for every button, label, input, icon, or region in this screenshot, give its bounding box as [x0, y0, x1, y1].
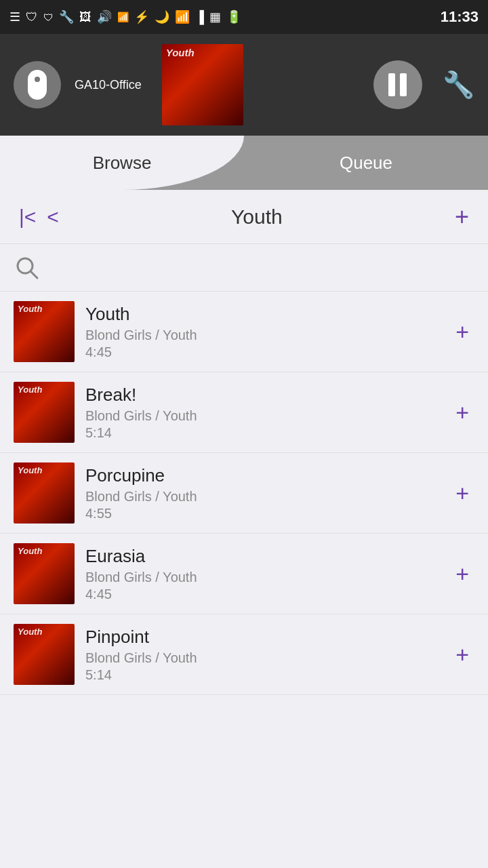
- track-thumb-bg: Youth: [14, 462, 75, 524]
- search-icon[interactable]: [14, 254, 41, 281]
- menu-icon: ☰: [9, 9, 20, 24]
- status-time: 11:33: [441, 8, 479, 26]
- wifi-music-icon: 📶: [117, 12, 129, 22]
- pause-button[interactable]: [373, 60, 422, 109]
- nav-tabs: Browse Queue: [0, 136, 488, 190]
- track-thumb-bg: Youth: [14, 382, 75, 443]
- track-duration: 4:55: [85, 506, 439, 521]
- track-thumb-text: Youth: [18, 627, 42, 637]
- tab-queue[interactable]: Queue: [244, 136, 488, 190]
- track-list: Youth Youth Blond Girls / Youth 4:45 + Y…: [0, 292, 488, 695]
- moon-icon: 🌙: [155, 9, 169, 24]
- now-playing-bar: GA10-Office Youth 🔧: [0, 34, 488, 136]
- battery-icon: 🔋: [226, 9, 241, 24]
- now-playing-album-text: Youth: [166, 47, 195, 58]
- track-thumb: Youth: [14, 301, 75, 362]
- track-thumb-bg: Youth: [14, 624, 75, 685]
- track-thumb-text: Youth: [18, 546, 42, 556]
- search-bar: [0, 244, 488, 292]
- track-title: Pinpoint: [85, 627, 439, 648]
- search-svg: [14, 255, 40, 281]
- track-thumb: Youth: [14, 462, 75, 524]
- track-thumb-bg: Youth: [14, 543, 75, 604]
- speaker-icon: 🔊: [97, 9, 112, 24]
- signal-icon: ▐: [195, 10, 204, 24]
- track-title: Youth: [85, 304, 439, 325]
- svg-line-1: [30, 271, 37, 278]
- track-add-button[interactable]: +: [450, 475, 474, 512]
- track-duration: 5:14: [85, 667, 439, 683]
- track-title: Porcupine: [85, 465, 439, 486]
- shield2-icon: 🛡: [43, 12, 54, 23]
- add-all-button[interactable]: +: [449, 197, 474, 237]
- track-item: Youth Break! Blond Girls / Youth 5:14 +: [0, 372, 488, 453]
- track-add-button[interactable]: +: [450, 394, 474, 431]
- track-info: Youth Blond Girls / Youth 4:45: [75, 304, 450, 360]
- pause-bar-left: [388, 73, 395, 96]
- track-info: Eurasia Blond Girls / Youth 4:45: [75, 546, 450, 602]
- image-icon: 🖼: [79, 10, 92, 24]
- track-info: Break! Blond Girls / Youth 5:14: [75, 384, 450, 441]
- tab-queue-label: Queue: [340, 153, 392, 174]
- track-thumb: Youth: [14, 624, 75, 685]
- track-title: Break!: [85, 384, 439, 406]
- device-label: GA10-Office: [75, 78, 142, 92]
- track-artist-album: Blond Girls / Youth: [85, 328, 439, 343]
- track-artist-album: Blond Girls / Youth: [85, 408, 439, 424]
- device-icon-shape: [28, 70, 47, 100]
- track-info: Pinpoint Blond Girls / Youth 5:14: [75, 627, 450, 683]
- track-artist-album: Blond Girls / Youth: [85, 570, 439, 585]
- now-playing-controls: 🔧: [373, 60, 474, 109]
- bluetooth-icon: ⚡: [134, 9, 149, 24]
- page-title: Youth: [64, 205, 449, 229]
- track-item: Youth Pinpoint Blond Girls / Youth 5:14 …: [0, 614, 488, 695]
- nav-back-button[interactable]: <: [41, 200, 64, 234]
- track-duration: 5:14: [85, 425, 439, 441]
- track-duration: 4:45: [85, 344, 439, 360]
- track-add-button[interactable]: +: [450, 555, 474, 593]
- track-item: Youth Porcupine Blond Girls / Youth 4:55…: [0, 453, 488, 534]
- track-thumb: Youth: [14, 382, 75, 443]
- track-item: Youth Eurasia Blond Girls / Youth 4:45 +: [0, 534, 488, 614]
- pause-icon: [388, 73, 407, 96]
- sim-icon: ▦: [209, 9, 221, 24]
- track-add-button[interactable]: +: [450, 313, 474, 351]
- track-thumb-text: Youth: [18, 304, 42, 314]
- track-artist-album: Blond Girls / Youth: [85, 650, 439, 666]
- settings-icon[interactable]: 🔧: [443, 70, 474, 100]
- track-item: Youth Youth Blond Girls / Youth 4:45 +: [0, 292, 488, 372]
- now-playing-album-art-bg: Youth: [162, 44, 243, 125]
- track-thumb-text: Youth: [18, 384, 42, 395]
- track-thumb-bg: Youth: [14, 301, 75, 362]
- status-icons-left: ☰ 🛡 🛡 🔧 🖼 🔊 📶 ⚡ 🌙 📶 ▐ ▦ 🔋: [9, 9, 241, 24]
- wrench-status-icon: 🔧: [59, 9, 74, 24]
- track-artist-album: Blond Girls / Youth: [85, 489, 439, 505]
- track-thumb: Youth: [14, 543, 75, 604]
- now-playing-album-art: Youth: [162, 44, 243, 125]
- track-duration: 4:45: [85, 587, 439, 602]
- status-bar: ☰ 🛡 🛡 🔧 🖼 🔊 📶 ⚡ 🌙 📶 ▐ ▦ 🔋 11:33: [0, 0, 488, 34]
- tab-browse-label: Browse: [93, 153, 152, 174]
- track-add-button[interactable]: +: [450, 636, 474, 673]
- track-thumb-text: Youth: [18, 465, 42, 475]
- tab-browse[interactable]: Browse: [0, 136, 244, 190]
- track-title: Eurasia: [85, 546, 439, 567]
- device-icon: [14, 61, 61, 108]
- wifi-icon: 📶: [175, 9, 190, 24]
- nav-first-button[interactable]: |<: [14, 200, 41, 234]
- pause-bar-right: [400, 73, 407, 96]
- track-info: Porcupine Blond Girls / Youth 4:55: [75, 465, 450, 521]
- shield1-icon: 🛡: [26, 10, 38, 24]
- toolbar: |< < Youth +: [0, 190, 488, 244]
